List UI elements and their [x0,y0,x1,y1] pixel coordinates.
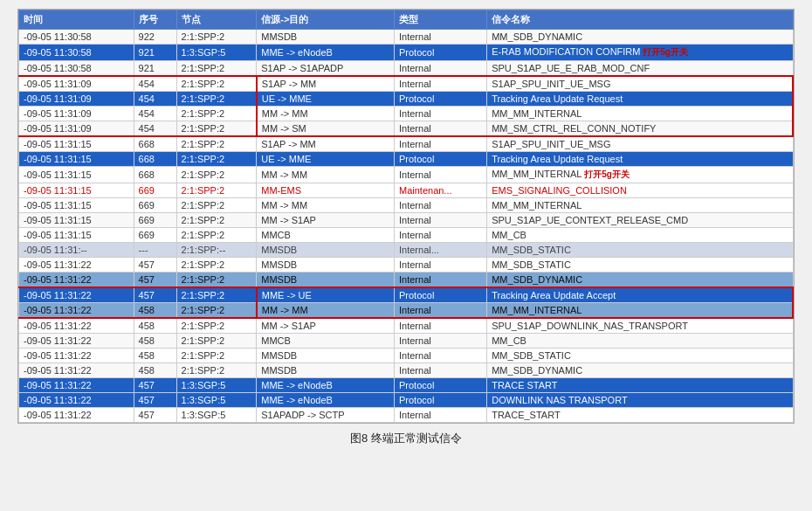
col-type: Internal [395,198,487,213]
col-seq: 668 [134,167,176,183]
col-src: MME -> eNodeB [257,393,395,408]
col-seq: 669 [134,213,176,228]
col-info: MM_SDB_STATIC [487,349,793,363]
col-time: -09-05 11:31:22 [19,378,134,393]
col-time: -09-05 11:31:09 [19,92,134,107]
col-src: MMCB [257,334,395,349]
col-info: MM_CB [487,228,793,243]
annotation-text: 打开5g开关 [581,169,629,179]
col-type: Internal [395,76,487,92]
col-time: -09-05 11:31:22 [19,349,134,363]
col-seq: 454 [134,121,176,137]
table-row: -09-05 11:31:094542:1:SPP:2MM -> MMInter… [19,107,794,121]
col-src: MM-EMS [257,183,395,198]
col-info: MM_MM_INTERNAL [487,303,793,319]
col-time: -09-05 11:31:22 [19,258,134,273]
col-type: Internal [395,349,487,363]
col-info: Tracking Area Update Accept [487,287,793,303]
table-row: -09-05 11:31:224582:1:SPP:2MM -> MMInter… [19,303,794,319]
table-row: -09-05 11:31:224582:1:SPP:2MM -> S1APInt… [19,318,794,334]
col-type: Maintenan... [395,183,487,198]
col-seq: 669 [134,228,176,243]
col-src: MM -> S1AP [257,318,395,334]
col-seq: 922 [134,30,176,45]
col-src: MM -> MM [257,198,395,213]
col-src: MMSDB [257,30,395,45]
col-type: Internal [395,334,487,349]
col-seq: 457 [134,393,176,408]
table-row: -09-05 11:31:224571:3:SGP:5MME -> eNodeB… [19,378,794,393]
col-node: 2:1:SPP:2 [176,273,257,288]
col-info: SPU_S1AP_DOWNLINK_NAS_TRANSPORT [487,318,793,334]
col-node: 2:1:SPP:2 [176,76,257,92]
col-info: SPU_S1AP_UE_CONTEXT_RELEASE_CMD [487,213,793,228]
col-node: 2:1:SPP:2 [176,363,257,378]
table-row: -09-05 11:31:156692:1:SPP:2MMCBInternalM… [19,228,794,243]
col-src: MME -> eNodeB [257,45,395,61]
table-row: -09-05 11:31:224572:1:SPP:2MME -> UEProt… [19,287,794,303]
col-src: S1AP -> MM [257,76,395,92]
col-time: -09-05 11:30:58 [19,30,134,45]
table-row: -09-05 11:31:094542:1:SPP:2UE -> MMEProt… [19,92,794,107]
col-time: -09-05 11:31:22 [19,287,134,303]
col-info: MM_SDB_DYNAMIC [487,273,793,288]
col-src: UE -> MME [257,92,395,107]
col-src: MM -> MM [257,303,395,319]
col-info: S1AP_SPU_INIT_UE_MSG [487,76,793,92]
col-info: TRACE_START [487,408,793,423]
col-seq: 921 [134,61,176,77]
col-seq: 668 [134,152,176,167]
col-src: MMCB [257,228,395,243]
col-seq: 458 [134,349,176,363]
col-time: -09-05 11:31:22 [19,334,134,349]
col-type: Internal [395,228,487,243]
col-time: -09-05 11:31:15 [19,136,134,152]
col-node: 2:1:SPP:2 [176,167,257,183]
col-seq: 454 [134,76,176,92]
col-seq: 454 [134,107,176,121]
col-type: Internal [395,408,487,423]
col-type: Internal [395,107,487,121]
col-time: -09-05 11:31:09 [19,107,134,121]
col-time: -09-05 11:31:22 [19,408,134,423]
col-type: Internal... [395,243,487,258]
col-time: -09-05 11:31:15 [19,198,134,213]
col-info: S1AP_SPU_INIT_UE_MSG [487,136,793,152]
table-row: -09-05 11:31:094542:1:SPP:2MM -> SMInter… [19,121,794,137]
col-src: MMSDB [257,363,395,378]
col-seq: 458 [134,334,176,349]
col-time: -09-05 11:31:09 [19,76,134,92]
table-row: -09-05 11:31:224582:1:SPP:2MMSDBInternal… [19,363,794,378]
col-node: 2:1:SPP:2 [176,30,257,45]
col-seq: 457 [134,378,176,393]
col-type: Protocol [395,287,487,303]
table-row: -09-05 11:31:156692:1:SPP:2MM -> S1APInt… [19,213,794,228]
col-src: MME -> eNodeB [257,378,395,393]
col-type: Protocol [395,378,487,393]
col-type: 类型 [395,10,487,30]
col-type: Internal [395,61,487,77]
col-src: S1APADP -> SCTP [257,408,395,423]
col-time: -09-05 11:30:58 [19,61,134,77]
col-src: MM -> MM [257,107,395,121]
col-type: Internal [395,303,487,319]
col-node: 2:1:SPP:2 [176,92,257,107]
col-node: 2:1:SPP:2 [176,121,257,137]
table-row: -09-05 11:31:156692:1:SPP:2MM-EMSMainten… [19,183,794,198]
col-seq: 457 [134,287,176,303]
col-time: -09-05 11:31:09 [19,121,134,137]
col-seq: 458 [134,303,176,319]
col-node: 2:1:SPP:-- [176,243,257,258]
col-info: MM_SM_CTRL_REL_CONN_NOTIFY [487,121,793,137]
col-time: -09-05 11:31:15 [19,152,134,167]
col-seq: 668 [134,136,176,152]
table-row: -09-05 11:30:589222:1:SPP:2MMSDBInternal… [19,30,794,45]
col-type: Internal [395,213,487,228]
col-time: -09-05 11:31:-- [19,243,134,258]
col-node: 2:1:SPP:2 [176,287,257,303]
col-time: -09-05 11:31:22 [19,303,134,319]
col-time: -09-05 11:31:15 [19,183,134,198]
col-info: MM_CB [487,334,793,349]
signal-table: 时间 序号 节点 信源->目的 类型 信令名称 -09-05 11:30:589… [17,9,795,424]
col-type: Protocol [395,45,487,61]
